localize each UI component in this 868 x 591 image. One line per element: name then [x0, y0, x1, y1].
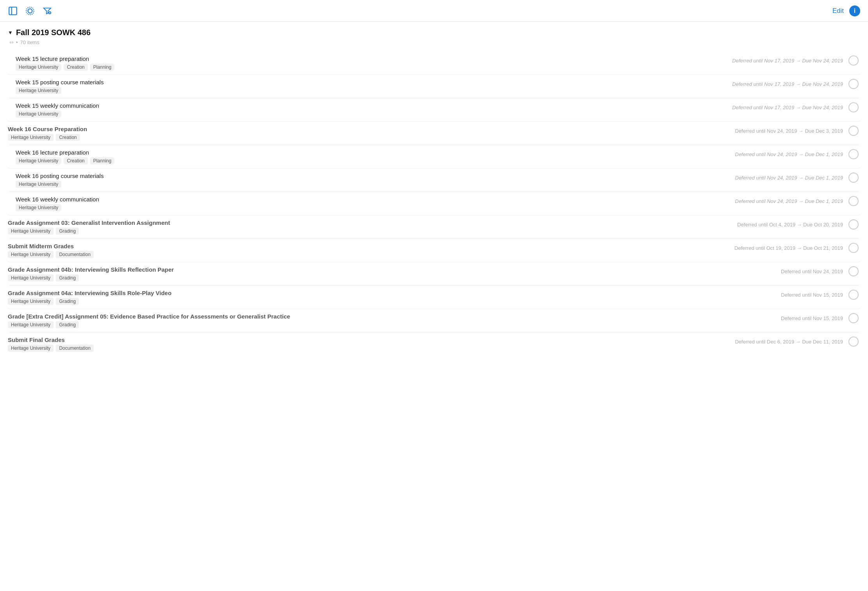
- task-right: Deferred until Nov 24, 2019 → Due Dec 1,…: [710, 196, 859, 206]
- tag[interactable]: Heritage University: [16, 110, 61, 117]
- tag[interactable]: Heritage University: [8, 345, 53, 352]
- task-complete-button[interactable]: [848, 102, 859, 112]
- tag[interactable]: Grading: [56, 228, 79, 235]
- task-row: Submit Midterm GradesHeritage University…: [8, 239, 860, 262]
- task-right: Deferred until Nov 24, 2019 → Due Dec 3,…: [710, 126, 859, 136]
- task-name[interactable]: Grade [Extra Credit] Assignment 05: Evid…: [8, 313, 710, 320]
- toolbar-left: [8, 6, 52, 16]
- task-name[interactable]: Week 16 lecture preparation: [8, 149, 710, 156]
- task-date: Deferred until Nov 17, 2019 → Due Nov 24…: [732, 105, 843, 110]
- task-row: Week 16 posting course materialsHeritage…: [8, 169, 860, 192]
- expand-icon[interactable]: ⇔: [9, 39, 14, 45]
- task-left: Submit Midterm GradesHeritage University…: [8, 243, 710, 258]
- filter-button[interactable]: [42, 6, 52, 16]
- edit-button[interactable]: Edit: [832, 7, 844, 15]
- tag[interactable]: Documentation: [56, 251, 94, 258]
- task-right: Deferred until Nov 17, 2019 → Due Nov 24…: [710, 102, 859, 112]
- collapse-arrow-icon[interactable]: ▼: [8, 30, 13, 36]
- toolbar-right: Edit i: [832, 5, 860, 16]
- task-name[interactable]: Grade Assignment 04a: Interviewing Skill…: [8, 290, 710, 296]
- task-name[interactable]: Week 16 weekly communication: [8, 196, 710, 203]
- task-date: Deferred until Nov 15, 2019: [781, 292, 843, 298]
- tag[interactable]: Heritage University: [16, 87, 61, 94]
- project-header: ▼ Fall 2019 SOWK 486: [8, 28, 860, 37]
- task-tags: Heritage University: [8, 110, 710, 117]
- project-meta: ⇔ • 70 items: [8, 39, 860, 45]
- task-complete-button[interactable]: [848, 290, 859, 300]
- task-tags: Heritage University: [8, 204, 710, 211]
- task-tags: Heritage University: [8, 87, 710, 94]
- task-complete-button[interactable]: [848, 149, 859, 159]
- task-complete-button[interactable]: [848, 243, 859, 253]
- task-row: Week 15 lecture preparationHeritage Univ…: [8, 52, 860, 75]
- task-tags: Heritage UniversityCreationPlanning: [8, 64, 710, 71]
- tag[interactable]: Heritage University: [8, 251, 53, 258]
- task-complete-button[interactable]: [848, 266, 859, 276]
- task-complete-button[interactable]: [848, 336, 859, 347]
- task-complete-button[interactable]: [848, 55, 859, 66]
- svg-point-2: [28, 9, 32, 13]
- tag[interactable]: Heritage University: [8, 134, 53, 141]
- task-complete-button[interactable]: [848, 313, 859, 323]
- tag[interactable]: Heritage University: [16, 204, 61, 211]
- tag[interactable]: Documentation: [56, 345, 94, 352]
- task-complete-button[interactable]: [848, 126, 859, 136]
- main-content: ▼ Fall 2019 SOWK 486 ⇔ • 70 items Week 1…: [0, 22, 868, 362]
- tag[interactable]: Heritage University: [8, 298, 53, 305]
- tag[interactable]: Heritage University: [8, 228, 53, 235]
- task-name[interactable]: Grade Assignment 03: Generalist Interven…: [8, 219, 710, 226]
- task-date: Deferred until Nov 15, 2019: [781, 315, 843, 321]
- tag[interactable]: Heritage University: [8, 321, 53, 328]
- tag[interactable]: Grading: [56, 321, 79, 328]
- tag[interactable]: Planning: [90, 157, 115, 164]
- task-name[interactable]: Week 15 posting course materials: [8, 79, 710, 85]
- task-right: Deferred until Nov 17, 2019 → Due Nov 24…: [710, 79, 859, 89]
- task-tags: Heritage UniversityDocumentation: [8, 345, 710, 352]
- tag[interactable]: Creation: [64, 157, 87, 164]
- tag[interactable]: Creation: [64, 64, 87, 71]
- task-row: Week 16 Course PreparationHeritage Unive…: [8, 122, 860, 145]
- task-left: Submit Final GradesHeritage UniversityDo…: [8, 336, 710, 352]
- task-complete-button[interactable]: [848, 79, 859, 89]
- tag[interactable]: Grading: [56, 274, 79, 281]
- task-name[interactable]: Week 16 posting course materials: [8, 173, 710, 179]
- info-button[interactable]: i: [849, 5, 860, 16]
- tag[interactable]: Grading: [56, 298, 79, 305]
- task-complete-button[interactable]: [848, 196, 859, 206]
- view-toggle-button[interactable]: [25, 6, 35, 16]
- task-name[interactable]: Submit Midterm Grades: [8, 243, 710, 249]
- task-date: Deferred until Oct 19, 2019 → Due Oct 21…: [735, 245, 843, 251]
- tag[interactable]: Heritage University: [16, 181, 61, 188]
- task-tags: Heritage UniversityCreation: [8, 134, 710, 141]
- task-row: Week 15 posting course materialsHeritage…: [8, 75, 860, 98]
- task-right: Deferred until Nov 15, 2019: [710, 290, 859, 300]
- tag[interactable]: Planning: [90, 64, 115, 71]
- task-name[interactable]: Week 15 lecture preparation: [8, 55, 710, 62]
- task-right: Deferred until Nov 24, 2019 → Due Dec 1,…: [710, 149, 859, 159]
- task-row: Week 16 lecture preparationHeritage Univ…: [8, 145, 860, 169]
- task-tags: Heritage UniversityGrading: [8, 274, 710, 281]
- task-name[interactable]: Week 15 weekly communication: [8, 102, 710, 109]
- task-right: Deferred until Dec 6, 2019 → Due Dec 11,…: [710, 336, 859, 347]
- task-tags: Heritage UniversityGrading: [8, 321, 710, 328]
- tag[interactable]: Heritage University: [8, 274, 53, 281]
- task-left: Grade Assignment 04b: Interviewing Skill…: [8, 266, 710, 281]
- task-row: Grade [Extra Credit] Assignment 05: Evid…: [8, 309, 860, 333]
- task-name[interactable]: Grade Assignment 04b: Interviewing Skill…: [8, 266, 710, 273]
- task-date: Deferred until Nov 24, 2019 → Due Dec 1,…: [735, 198, 843, 204]
- sidebar-toggle-button[interactable]: [8, 6, 18, 16]
- task-date: Deferred until Nov 24, 2019 → Due Dec 3,…: [735, 128, 843, 134]
- task-right: Deferred until Oct 4, 2019 → Due Oct 20,…: [710, 219, 859, 230]
- task-date: Deferred until Nov 24, 2019 → Due Dec 1,…: [735, 151, 843, 157]
- task-left: Week 15 weekly communicationHeritage Uni…: [8, 102, 710, 117]
- svg-rect-0: [9, 7, 17, 15]
- task-complete-button[interactable]: [848, 219, 859, 230]
- task-left: Week 16 posting course materialsHeritage…: [8, 173, 710, 188]
- tag[interactable]: Creation: [56, 134, 80, 141]
- tag[interactable]: Heritage University: [16, 157, 61, 164]
- task-complete-button[interactable]: [848, 173, 859, 183]
- tag[interactable]: Heritage University: [16, 64, 61, 71]
- task-name[interactable]: Submit Final Grades: [8, 336, 710, 343]
- task-row: Grade Assignment 04b: Interviewing Skill…: [8, 262, 860, 286]
- task-name[interactable]: Week 16 Course Preparation: [8, 126, 710, 132]
